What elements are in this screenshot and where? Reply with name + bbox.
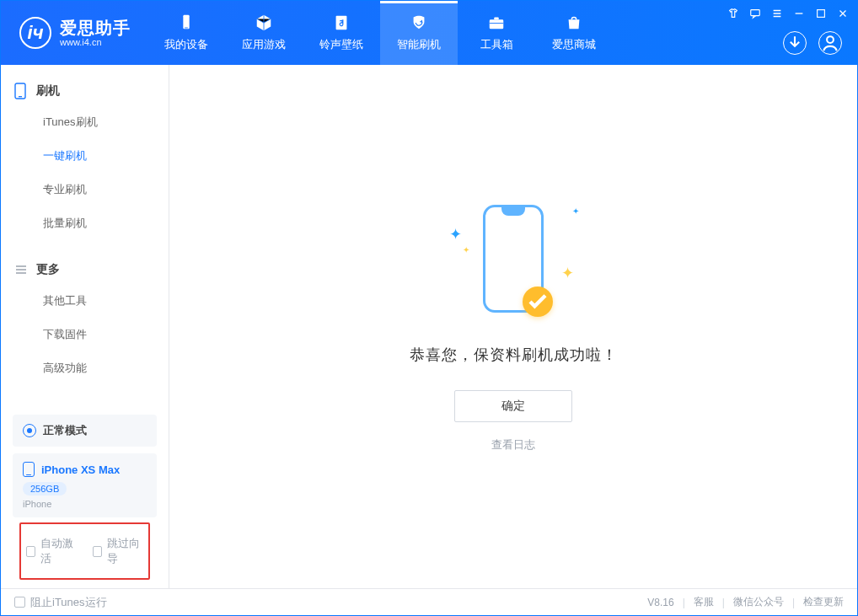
download-button[interactable] <box>783 31 807 55</box>
device-icon <box>175 13 197 32</box>
separator: | <box>722 597 725 608</box>
svg-point-8 <box>827 36 834 43</box>
phone-outline-icon <box>14 84 28 98</box>
close-button[interactable] <box>837 8 849 19</box>
checkbox-auto-activate[interactable]: 自动激活 <box>26 536 78 566</box>
list-icon <box>14 263 28 276</box>
device-card[interactable]: iPhone XS Max 256GB iPhone <box>13 453 157 517</box>
svg-rect-10 <box>19 96 22 97</box>
storage-badge: 256GB <box>23 482 67 495</box>
svg-rect-5 <box>490 23 504 24</box>
checkbox-label: 阻止iTunes运行 <box>30 595 107 610</box>
app-logo: iч 爱思助手 www.i4.cn <box>1 1 147 65</box>
logo-text: 爱思助手 www.i4.cn <box>60 19 131 47</box>
menu-icon[interactable] <box>771 8 783 19</box>
nav-ringtone-wallpaper[interactable]: 铃声壁纸 <box>303 1 380 65</box>
section-title-label: 更多 <box>36 262 60 277</box>
sidebar-item-onekey-flash[interactable]: 一键刷机 <box>1 139 169 173</box>
music-file-icon <box>330 13 352 32</box>
sparkle-icon: ✦ <box>449 225 462 244</box>
success-message: 恭喜您，保资料刷机成功啦！ <box>410 345 618 365</box>
svg-rect-4 <box>494 18 499 20</box>
success-illustration: ✦ ✦ ✦ ✦ <box>454 201 572 319</box>
phone-illustration-icon <box>483 205 544 313</box>
nav-label: 智能刷机 <box>397 37 441 52</box>
checkbox-label: 自动激活 <box>40 536 77 566</box>
body: 刷机 iTunes刷机 一键刷机 专业刷机 批量刷机 更多 其他工具 下载固件 … <box>1 65 857 588</box>
ok-button[interactable]: 确定 <box>454 390 572 422</box>
nav-my-device[interactable]: 我的设备 <box>147 1 225 65</box>
mode-label: 正常模式 <box>43 423 87 438</box>
nav-label: 爱思商城 <box>552 37 596 52</box>
view-log-link[interactable]: 查看日志 <box>491 437 535 453</box>
sidebar-item-advanced[interactable]: 高级功能 <box>1 351 169 385</box>
sidebar-section-more: 更多 <box>1 255 169 284</box>
checkbox-box <box>14 597 25 608</box>
main-nav: 我的设备 应用游戏 铃声壁纸 智能刷机 <box>147 1 613 65</box>
svg-rect-6 <box>751 10 760 16</box>
status-bar: 阻止iTunes运行 V8.16 | 客服 | 微信公众号 | 检查更新 <box>1 588 857 615</box>
status-left: 阻止iTunes运行 <box>14 595 635 610</box>
sidebar-item-download-firmware[interactable]: 下载固件 <box>1 318 169 351</box>
main-content: ✦ ✦ ✦ ✦ 恭喜您，保资料刷机成功啦！ 确定 查看日志 <box>169 65 857 588</box>
svg-rect-1 <box>185 28 188 29</box>
svg-rect-3 <box>490 19 504 29</box>
tshirt-icon[interactable] <box>727 8 739 19</box>
sparkle-icon: ✦ <box>572 206 579 216</box>
mode-dot-icon <box>23 424 36 437</box>
nav-toolbox[interactable]: 工具箱 <box>458 1 535 65</box>
titlebar: iч 爱思助手 www.i4.cn 我的设备 应用游戏 <box>1 1 857 65</box>
bag-icon <box>563 13 585 32</box>
nav-label: 工具箱 <box>480 37 513 52</box>
nav-store[interactable]: 爱思商城 <box>535 1 613 65</box>
sparkle-icon: ✦ <box>561 264 574 282</box>
status-right: V8.16 | 客服 | 微信公众号 | 检查更新 <box>647 595 844 609</box>
logo-icon: iч <box>19 17 51 49</box>
sidebar-item-itunes-flash[interactable]: iTunes刷机 <box>1 105 169 139</box>
device-sub: iPhone <box>23 499 147 509</box>
separator: | <box>792 597 795 608</box>
support-link[interactable]: 客服 <box>694 595 714 609</box>
toolbox-icon <box>485 13 507 32</box>
device-name: iPhone XS Max <box>41 463 120 476</box>
separator: | <box>683 597 685 608</box>
version-label: V8.16 <box>647 597 673 608</box>
feedback-icon[interactable] <box>749 8 761 19</box>
sidebar-item-batch-flash[interactable]: 批量刷机 <box>1 206 169 240</box>
logo-url: www.i4.cn <box>60 37 131 47</box>
sidebar: 刷机 iTunes刷机 一键刷机 专业刷机 批量刷机 更多 其他工具 下载固件 … <box>1 65 169 588</box>
logo-title: 爱思助手 <box>60 19 131 37</box>
section-title-label: 刷机 <box>36 83 60 99</box>
svg-rect-0 <box>183 15 189 29</box>
checkbox-block-itunes[interactable]: 阻止iTunes运行 <box>14 595 107 610</box>
nav-apps-games[interactable]: 应用游戏 <box>225 1 303 65</box>
sidebar-item-pro-flash[interactable]: 专业刷机 <box>1 173 169 206</box>
refresh-shield-icon <box>408 13 430 32</box>
checkbox-box <box>26 546 35 557</box>
check-update-link[interactable]: 检查更新 <box>803 595 844 609</box>
account-button[interactable] <box>818 31 842 55</box>
flash-options-highlight: 自动激活 跳过向导 <box>19 522 150 580</box>
checkbox-box <box>93 546 102 557</box>
nav-label: 应用游戏 <box>242 37 286 52</box>
cube-icon <box>253 13 275 32</box>
header-action-circles <box>783 31 842 55</box>
nav-label: 我的设备 <box>164 37 208 52</box>
svg-rect-7 <box>818 10 825 18</box>
sidebar-top: 刷机 iTunes刷机 一键刷机 专业刷机 批量刷机 更多 其他工具 下载固件 … <box>1 65 169 399</box>
window-controls <box>727 8 849 19</box>
app-window: iч 爱思助手 www.i4.cn 我的设备 应用游戏 <box>0 0 858 616</box>
sidebar-section-flash: 刷机 <box>1 77 169 105</box>
checkbox-skip-guide[interactable]: 跳过向导 <box>93 536 144 566</box>
sparkle-icon: ✦ <box>463 245 469 254</box>
sidebar-item-other-tools[interactable]: 其他工具 <box>1 284 169 318</box>
check-badge-icon <box>523 287 553 317</box>
wechat-link[interactable]: 微信公众号 <box>733 595 784 609</box>
phone-small-icon <box>23 462 35 477</box>
mode-card[interactable]: 正常模式 <box>13 415 157 447</box>
nav-smart-flash[interactable]: 智能刷机 <box>380 1 458 65</box>
checkbox-label: 跳过向导 <box>107 536 143 566</box>
nav-label: 铃声壁纸 <box>319 37 363 52</box>
maximize-button[interactable] <box>815 8 827 19</box>
minimize-button[interactable] <box>793 8 805 19</box>
